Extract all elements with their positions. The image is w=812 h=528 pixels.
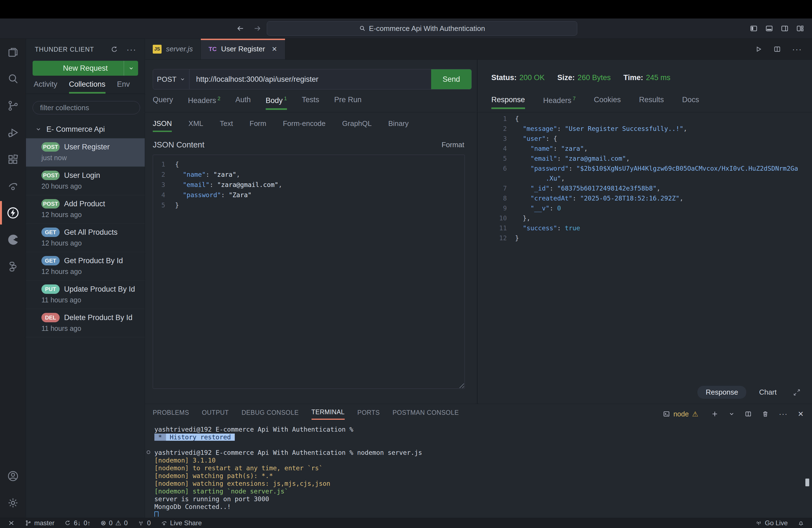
request-list-item[interactable]: GET Get All Products 12 hours ago [26,224,145,252]
method-value: POST [157,75,176,84]
run-debug-icon[interactable] [0,119,26,146]
request-list: POST User Register just now POST User Lo… [26,138,145,337]
request-tab[interactable]: Auth [235,96,251,110]
filter-row [33,101,138,114]
toggle-panel-icon[interactable] [765,24,773,33]
thunder-client-icon[interactable] [0,200,26,226]
request-tab[interactable]: Tests [302,96,319,110]
new-terminal-icon[interactable] [711,410,719,418]
panel-tab[interactable]: PROBLEMS [153,409,189,419]
javascript-file-icon: JS [153,45,162,54]
source-control-icon[interactable] [0,92,26,119]
body-type-tab[interactable]: JSON [153,119,172,132]
back-arrow-icon[interactable] [236,24,244,33]
request-tab[interactable]: Body1 [266,96,287,110]
customize-layout-icon[interactable] [796,24,804,33]
forward-arrow-icon[interactable] [253,24,262,33]
problems-indicator[interactable]: ⊗ 0 ⚠ 0 [101,519,128,527]
remote-indicator[interactable] [8,519,15,527]
command-center-search[interactable]: E-commerce Api With Authentication [267,21,577,35]
thunder-client-view: POST Send QueryHeaders2AuthBody1TestsPre… [145,60,812,404]
sidebar-tab[interactable]: Collections [69,80,105,93]
editor-more-icon[interactable]: ··· [792,44,802,54]
response-tab[interactable]: Results [639,96,664,109]
live-share-icon[interactable] [0,173,26,200]
pacman-extension-icon[interactable] [0,226,26,253]
activity-bar-bottom [0,463,26,516]
terminal-output[interactable]: yashtrivedi@192 E-commerce Api With Auth… [145,426,812,517]
request-list-item[interactable]: POST Add Product 12 hours ago [26,195,145,224]
sync-incoming: 6↓ [74,519,81,527]
body-type-tab[interactable]: XML [188,119,203,132]
kill-terminal-icon[interactable] [762,410,769,417]
search-sidebar-icon[interactable] [0,65,26,92]
notifications-bell[interactable] [798,520,804,526]
extensions-icon[interactable] [0,146,26,173]
json-content-title: JSON Content [153,140,204,149]
request-name: Get All Products [64,228,118,237]
close-tab-icon[interactable]: ✕ [272,45,277,53]
request-list-item[interactable]: GET Get Product By Id 12 hours ago [26,252,145,281]
request-tab[interactable]: Pre Run [334,96,362,110]
sidebar-tab[interactable]: Env [117,80,130,93]
refresh-icon[interactable] [111,46,118,53]
go-live-button[interactable]: Go Live [755,519,788,527]
new-request-dropdown[interactable] [124,61,138,76]
response-tab[interactable]: Cookies [594,96,621,109]
sync-indicator[interactable]: 6↓ 0↑ [64,519,91,527]
request-list-item[interactable]: POST User Login 20 hours ago [26,167,145,195]
request-list-item[interactable]: DEL Delete Product By Id 11 hours ago [26,309,145,337]
method-select[interactable]: POST [153,69,189,89]
url-input[interactable] [189,69,431,89]
body-type-tab[interactable]: Binary [388,119,409,132]
collection-header[interactable]: E- Commerce Api [26,121,145,137]
account-icon[interactable] [0,463,26,489]
run-icon[interactable] [755,45,762,53]
request-tab[interactable]: Query [153,96,173,110]
body-type-tab[interactable]: Form-encode [283,119,325,132]
send-button[interactable]: Send [431,69,472,89]
panel-tab[interactable]: TERMINAL [311,408,345,420]
response-tab[interactable]: Headers7 [543,96,576,109]
settings-gear-icon[interactable] [0,489,26,516]
terminal-process[interactable]: node ⚠ [663,410,698,418]
panel-more-icon[interactable]: ··· [779,410,788,419]
explorer-icon[interactable] [0,39,26,65]
chart-view-button[interactable]: Chart [759,388,777,397]
panel-tab[interactable]: PORTS [358,409,380,419]
body-type-tab[interactable]: GraphQL [342,119,372,132]
split-terminal-icon[interactable] [744,410,752,417]
editor-tab-user-register[interactable]: TC User Register ✕ [201,39,285,59]
body-type-tab[interactable]: Form [250,119,266,132]
response-tab[interactable]: Response [491,96,525,109]
response-tab[interactable]: Docs [682,96,699,109]
body-type-tab[interactable]: Text [220,119,233,132]
live-share-status[interactable]: Live Share [161,519,202,527]
editor-tab-serverjs[interactable]: JS server.js [145,39,201,59]
request-body-editor[interactable]: 1{2 "name": "zara",3 "email": "zara@gmai… [153,155,465,389]
request-list-item[interactable]: POST User Register just now [26,138,145,167]
terminal-dropdown-icon[interactable] [729,411,735,417]
split-editor-icon[interactable] [773,45,781,53]
panel-tab[interactable]: OUTPUT [202,409,229,419]
format-link[interactable]: Format [441,141,464,149]
terminal-scrollbar[interactable] [806,479,809,486]
toggle-primary-sidebar-icon[interactable] [750,24,758,33]
panel-tab[interactable]: DEBUG CONSOLE [242,409,299,419]
panel-tab[interactable]: POSTMAN CONSOLE [392,409,459,419]
sidebar-tab[interactable]: Activity [34,80,57,93]
expand-icon[interactable] [793,388,801,397]
request-tab[interactable]: Headers2 [188,96,221,110]
git-branch-indicator[interactable]: master [25,519,54,527]
resize-grip[interactable] [458,382,464,388]
sidebar-more-icon[interactable]: ··· [127,45,136,54]
filter-collections-input[interactable] [33,101,140,114]
flow-extension-icon[interactable] [0,253,26,280]
new-request-button[interactable]: New Request [33,61,138,76]
layout-controls [750,18,804,39]
request-list-item[interactable]: PUT Update Product By Id 11 hours ago [26,281,145,309]
toggle-secondary-sidebar-icon[interactable] [781,24,789,33]
response-view-button[interactable]: Response [697,386,746,399]
close-panel-icon[interactable]: ✕ [798,410,804,419]
ports-indicator[interactable]: 0 [137,519,150,527]
